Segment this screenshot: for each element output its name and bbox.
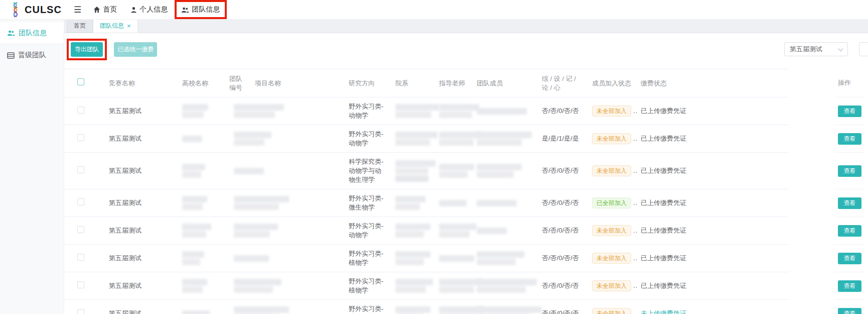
table-row: 第五届测试野外实习类-动物学否/否/0/否/否未全部加入..已上传缴费凭证查看 <box>64 97 868 125</box>
sidebar: 团队信息 晋级团队 <box>0 20 64 314</box>
member-join-status-cell: 已全部加入.. <box>587 193 633 213</box>
member-join-status-badge: 未全部加入 <box>592 280 631 291</box>
view-button[interactable]: 查看 <box>838 165 861 177</box>
blurred-private-text <box>477 251 531 265</box>
payment-status: 已上传缴费凭证 <box>641 135 686 142</box>
competition-name: 第五届测试 <box>100 277 174 295</box>
nav-item-team-info[interactable]: 团队信息 <box>181 5 220 14</box>
view-button[interactable]: 查看 <box>838 253 861 264</box>
hamburger-menu-icon[interactable]: ☰ <box>74 6 81 14</box>
list-table-icon <box>7 52 15 59</box>
selected-unified-payment-button[interactable]: 已选统一缴费 <box>114 42 157 57</box>
research-direction: 野外实习类-植物学 <box>341 245 389 272</box>
research-direction: 野外实习类-动物学 <box>341 97 389 125</box>
top-bar: CULSC ☰ 首页 个人信息 团队信息 <box>0 0 868 20</box>
project-name-blurred <box>247 301 341 314</box>
tab-label: 团队信息 <box>100 22 124 30</box>
department-blurred <box>389 273 433 298</box>
row-checkbox[interactable] <box>77 198 84 205</box>
advisor-blurred <box>433 250 471 267</box>
row-checkbox[interactable] <box>77 107 84 114</box>
blurred-private-text <box>182 196 216 210</box>
col-header-department: 院系 <box>389 74 433 92</box>
nav-item-label: 首页 <box>103 5 117 14</box>
department-blurred <box>389 190 433 216</box>
team-members-blurred <box>471 301 536 314</box>
nav-item-profile[interactable]: 个人信息 <box>130 5 168 14</box>
view-button[interactable]: 查看 <box>838 225 861 237</box>
teams-table: 竞赛名称 高校名称 团队编号 项目名称 研究方向 院系 指导老师 团队成员 综 … <box>64 69 868 314</box>
summary-flags: 否/否/0/否/否 <box>536 249 587 267</box>
export-team-button[interactable]: 导出团队 <box>71 42 103 57</box>
payment-status: 未上传缴费凭证 <box>641 309 686 314</box>
project-name-blurred <box>247 218 341 243</box>
blurred-private-text <box>234 306 336 314</box>
row-checkbox[interactable] <box>77 134 84 141</box>
view-button[interactable]: 查看 <box>838 197 861 209</box>
summary-flags: 否/否/0/否/否 <box>536 304 587 314</box>
chevron-down-icon <box>838 46 843 53</box>
view-button[interactable]: 查看 <box>838 106 861 117</box>
university-name-blurred <box>174 158 221 183</box>
table-header-row: 竞赛名称 高校名称 团队编号 项目名称 研究方向 院系 指导老师 团队成员 综 … <box>64 69 868 97</box>
project-name-blurred <box>247 190 341 216</box>
blurred-private-text <box>182 136 216 142</box>
payment-status: 已上传缴费凭证 <box>641 107 686 115</box>
users-icon <box>181 7 189 13</box>
department-blurred <box>389 218 433 243</box>
col-header-competition: 竞赛名称 <box>100 74 174 92</box>
member-join-status-cell: 未全部加入.. <box>587 221 633 241</box>
blurred-private-text <box>477 108 531 115</box>
project-name-blurred <box>247 126 341 151</box>
blurred-private-text <box>182 279 216 293</box>
row-checkbox[interactable] <box>77 281 84 288</box>
row-checkbox[interactable] <box>77 254 84 261</box>
blurred-private-text <box>439 279 466 293</box>
member-join-status-cell: 未全部加入.. <box>587 161 633 181</box>
view-button[interactable]: 查看 <box>838 133 861 145</box>
research-direction: 科学探究类-动物学与动物生理学 <box>341 153 389 189</box>
col-header-join-status: 成员加入状态 <box>587 74 633 92</box>
row-checkbox[interactable] <box>77 166 84 173</box>
nav-item-label: 团队信息 <box>192 5 220 14</box>
close-icon[interactable]: × <box>127 23 131 29</box>
col-header-flags: 综 / 设 / 记 / 论 / 心 <box>536 70 587 97</box>
member-join-status-cell: 未全部加入.. <box>587 248 633 268</box>
blurred-private-text <box>439 306 466 314</box>
table-row: 第五届测试野外实习类-植物学否/否/0/否/否未全部加入..已上传缴费凭证查看 <box>64 245 868 272</box>
team-members-blurred <box>471 102 536 120</box>
select-all-checkbox[interactable] <box>77 78 84 85</box>
blurred-private-text <box>477 306 531 314</box>
competition-name: 第五届测试 <box>100 222 174 240</box>
blurred-private-text <box>182 310 216 314</box>
view-button[interactable]: 查看 <box>838 308 861 314</box>
summary-flags: 否/否/0/否/否 <box>536 102 587 120</box>
tab-home[interactable]: 首页 <box>67 20 93 33</box>
row-checkbox[interactable] <box>77 226 84 233</box>
col-header-pay-status: 缴费状态 <box>633 74 789 92</box>
blurred-private-text <box>395 306 428 314</box>
session-select[interactable]: 第五届测试 <box>784 42 848 56</box>
sidebar-item-team-info[interactable]: 团队信息 <box>0 22 64 44</box>
clipped-edge-button[interactable] <box>859 42 868 56</box>
member-join-status-badge: 未全部加入 <box>592 253 631 264</box>
toolbar: 导出团队 已选统一缴费 第五届测试 <box>64 33 868 69</box>
team-members-blurred <box>471 222 536 240</box>
view-button[interactable]: 查看 <box>838 280 861 292</box>
member-join-status-cell: 未全部加入.. <box>587 276 633 296</box>
nav-item-home[interactable]: 首页 <box>93 5 117 14</box>
summary-flags: 否/否/0/否/否 <box>536 162 587 180</box>
tab-team-info[interactable]: 团队信息 × <box>93 20 138 33</box>
col-header-advisor: 指导老师 <box>433 74 471 92</box>
payment-status: 已上传缴费凭证 <box>641 199 686 206</box>
sidebar-item-promoted-teams[interactable]: 晋级团队 <box>0 44 64 66</box>
table-row: 第五届测试科学探究类-动物学与动物生理学否/否/0/否/否未全部加入..已上传缴… <box>64 153 868 189</box>
col-header-members: 团队成员 <box>471 74 536 92</box>
session-select-value: 第五届测试 <box>790 45 822 54</box>
row-checkbox[interactable] <box>77 309 84 314</box>
brand-name: CULSC <box>25 4 62 16</box>
blurred-private-text <box>439 255 466 262</box>
col-header-project: 项目名称 <box>247 74 341 92</box>
content-panel: 导出团队 已选统一缴费 第五届测试 竞赛名称 高校名称 团队编号 项目名称 <box>64 33 868 314</box>
advisor-blurred <box>433 98 471 124</box>
